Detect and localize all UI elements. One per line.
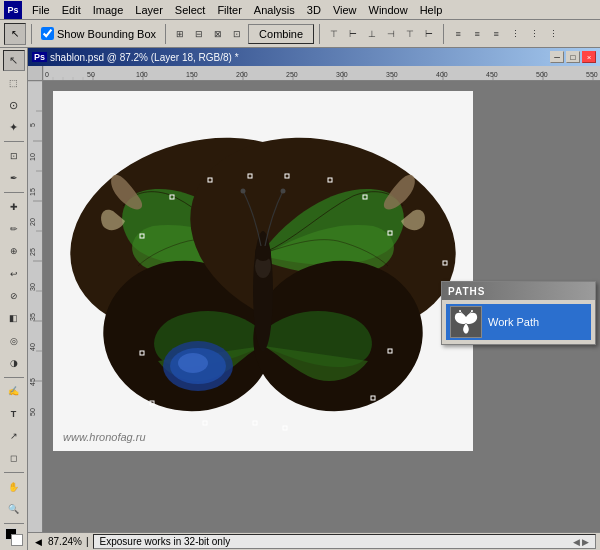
options-toolbar: ↖ Show Bounding Box ⊞ ⊟ ⊠ ⊡ Combine ⊤ ⊢ …: [0, 20, 600, 48]
menu-help[interactable]: Help: [414, 0, 449, 19]
svg-text:10: 10: [29, 153, 36, 161]
svg-text:200: 200: [236, 71, 248, 78]
menu-layer[interactable]: Layer: [129, 0, 169, 19]
path-select-tool[interactable]: ↖: [4, 23, 26, 45]
paths-panel: PATHS: [441, 281, 596, 345]
paths-panel-header: PATHS: [442, 282, 595, 300]
sep2: [165, 24, 166, 44]
svg-point-62: [241, 189, 246, 194]
svg-text:20: 20: [29, 218, 36, 226]
menu-edit[interactable]: Edit: [56, 0, 87, 19]
ruler-row: 0 50 100 150 200 250 300 350 400: [28, 66, 600, 81]
tool-path-select[interactable]: ↗: [3, 425, 25, 446]
distribute-icons: ≡ ≡ ≡ ⋮ ⋮ ⋮: [449, 25, 562, 43]
paths-content: Work Path: [442, 300, 595, 344]
path-intersect-icon[interactable]: ⊠: [209, 25, 227, 43]
svg-text:25: 25: [29, 248, 36, 256]
tool-stamp[interactable]: ⊕: [3, 241, 25, 262]
dist-vcenter-icon[interactable]: ≡: [468, 25, 486, 43]
tool-wand[interactable]: ✦: [3, 117, 25, 138]
svg-text:45: 45: [29, 378, 36, 386]
canvas-container[interactable]: www.hronofag.ru PATHS: [43, 81, 600, 532]
status-arrow-right[interactable]: ▶: [582, 537, 589, 547]
path-item-work[interactable]: Work Path: [446, 304, 591, 340]
status-left-arrow[interactable]: ◀: [32, 536, 44, 548]
align-bottom-icon[interactable]: ⊥: [363, 25, 381, 43]
path-name: Work Path: [488, 316, 539, 328]
align-top-icon[interactable]: ⊤: [325, 25, 343, 43]
tool-pen[interactable]: ✍: [3, 381, 25, 402]
path-exclude-icon[interactable]: ⊡: [228, 25, 246, 43]
svg-text:300: 300: [336, 71, 348, 78]
menu-select[interactable]: Select: [169, 0, 212, 19]
tool-dodge[interactable]: ◑: [3, 352, 25, 373]
dist-bottom-icon[interactable]: ≡: [487, 25, 505, 43]
menu-filter[interactable]: Filter: [211, 0, 247, 19]
path-thumbnail-svg: [451, 307, 481, 337]
svg-text:www.hronofag.ru: www.hronofag.ru: [63, 431, 146, 443]
path-thumbnail: [450, 306, 482, 338]
combine-button[interactable]: Combine: [248, 24, 314, 44]
tool-heal[interactable]: ✚: [3, 196, 25, 217]
tool-marquee[interactable]: ⬚: [3, 72, 25, 93]
align-hcenter-icon[interactable]: ⊤: [401, 25, 419, 43]
butterfly-svg: www.hronofag.ru: [53, 91, 473, 451]
minimize-button[interactable]: ─: [550, 51, 564, 63]
menu-file[interactable]: File: [26, 0, 56, 19]
menu-view[interactable]: View: [327, 0, 363, 19]
align-right-icon[interactable]: ⊢: [420, 25, 438, 43]
tool-crop[interactable]: ⊡: [3, 145, 25, 166]
svg-text:0: 0: [45, 71, 49, 78]
menu-window[interactable]: Window: [363, 0, 414, 19]
tool-hand[interactable]: ✋: [3, 476, 25, 497]
tool-history[interactable]: ↩: [3, 263, 25, 284]
tool-sep5: [4, 523, 24, 524]
tool-eraser[interactable]: ⊘: [3, 285, 25, 306]
path-sub-icon[interactable]: ⊟: [190, 25, 208, 43]
dist-top-icon[interactable]: ≡: [449, 25, 467, 43]
align-vcenter-icon[interactable]: ⊢: [344, 25, 362, 43]
tool-eyedropper[interactable]: ✒: [3, 168, 25, 189]
close-button[interactable]: ×: [582, 51, 596, 63]
path-add-icon[interactable]: ⊞: [171, 25, 189, 43]
tool-zoom[interactable]: 🔍: [3, 498, 25, 519]
status-arrow-left[interactable]: ◀: [573, 537, 580, 547]
tool-shape[interactable]: ◻: [3, 448, 25, 469]
menu-3d[interactable]: 3D: [301, 0, 327, 19]
svg-text:250: 250: [286, 71, 298, 78]
ruler-vertical: 5 10 15 20 25 30 35 40 45: [28, 81, 43, 532]
tool-brush[interactable]: ✏: [3, 218, 25, 239]
status-icons: ◀ ▶: [573, 537, 589, 547]
tool-sep2: [4, 192, 24, 193]
ruler-h-svg: 0 50 100 150 200 250 300 350 400: [43, 66, 600, 81]
document-window-bar: Ps shablon.psd @ 87.2% (Layer 18, RGB/8)…: [28, 48, 600, 66]
restore-button[interactable]: □: [566, 51, 580, 63]
menu-image[interactable]: Image: [87, 0, 130, 19]
ruler-v-svg: 5 10 15 20 25 30 35 40 45: [28, 81, 43, 532]
show-bounding-box-checkbox[interactable]: [41, 27, 54, 40]
dist-hcenter-icon[interactable]: ⋮: [525, 25, 543, 43]
canvas-body: 5 10 15 20 25 30 35 40 45: [28, 81, 600, 532]
foreground-bg-colors[interactable]: [3, 527, 25, 548]
svg-text:30: 30: [29, 283, 36, 291]
show-bounding-box-label: Show Bounding Box: [57, 28, 156, 40]
status-sep: |: [86, 536, 89, 547]
tool-gradient[interactable]: ◧: [3, 308, 25, 329]
align-left-icon[interactable]: ⊣: [382, 25, 400, 43]
tool-lasso[interactable]: ⊙: [3, 95, 25, 116]
dist-right-icon[interactable]: ⋮: [544, 25, 562, 43]
sep4: [443, 24, 444, 44]
tool-sep3: [4, 377, 24, 378]
tool-blur[interactable]: ◎: [3, 330, 25, 351]
svg-text:350: 350: [386, 71, 398, 78]
tool-text[interactable]: T: [3, 403, 25, 424]
toolbox: ↖ ⬚ ⊙ ✦ ⊡ ✒ ✚ ✏ ⊕ ↩ ⊘ ◧ ◎ ◑ ✍ T ↗ ◻ ✋ 🔍: [0, 48, 28, 550]
dist-left-icon[interactable]: ⋮: [506, 25, 524, 43]
tool-arrow[interactable]: ↖: [3, 50, 25, 71]
svg-text:400: 400: [436, 71, 448, 78]
svg-rect-0: [43, 66, 600, 81]
menu-analysis[interactable]: Analysis: [248, 0, 301, 19]
bounding-box-wrap: Show Bounding Box: [37, 27, 160, 40]
tool-sep4: [4, 472, 24, 473]
svg-point-56: [178, 353, 208, 373]
